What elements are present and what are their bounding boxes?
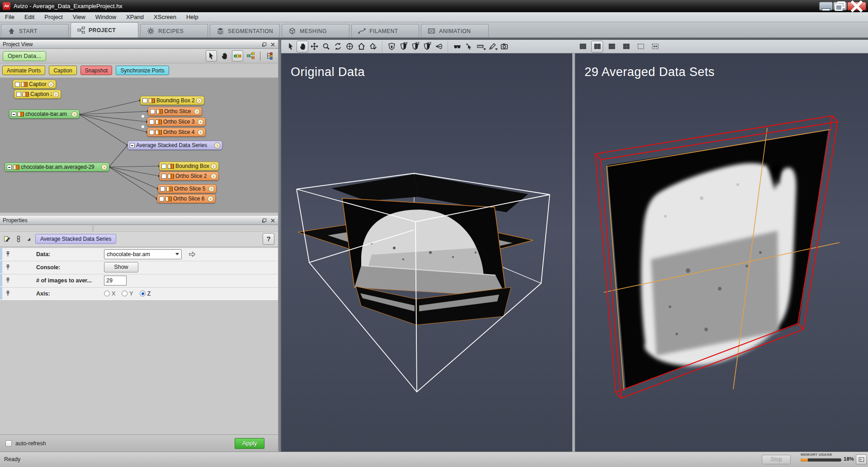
home-view-button[interactable] [355,41,367,52]
menu-xpand[interactable]: XPand [121,13,149,21]
apply-button[interactable]: Apply [235,438,264,449]
stereo-button[interactable] [451,41,463,52]
node-chocolate-bar-averaged-29[interactable]: chocolate-bar.am.averaged-29› [5,162,109,172]
picker-button[interactable] [463,41,475,52]
title-bar[interactable]: Av Avizo - Average_Data_ExampleProject.h… [0,0,868,12]
project-graph[interactable]: Caption› Caption 2› chocolate-bar.am› Bo… [0,78,278,213]
node-ortho-slice-3[interactable]: Ortho Slice 3› [147,117,206,126]
tab-recipes[interactable]: RECIPES [140,24,208,38]
node-menu-icon[interactable]: › [211,163,217,169]
float-panel-icon[interactable] [262,42,267,47]
collapse-toggle-icon[interactable] [7,165,12,170]
float-panel-icon[interactable] [262,218,267,223]
averaged-data-scene[interactable] [575,53,868,452]
axis-y-radio[interactable]: Y [122,291,133,297]
node-caption-2[interactable]: Caption 2› [14,90,61,99]
goto-data-icon[interactable] [188,251,196,258]
layout-two-vertical-button[interactable] [591,41,603,52]
node-menu-icon[interactable]: › [194,109,200,114]
node-menu-icon[interactable]: › [101,164,107,170]
node-ortho-slice[interactable]: Ortho Slice› [148,107,202,116]
view-xz-button[interactable]: XZ [409,41,421,52]
visibility-toggle-icon[interactable] [16,92,21,97]
node-menu-icon[interactable]: › [208,186,214,192]
node-menu-icon[interactable]: › [198,129,203,135]
tab-filament[interactable]: FILAMENT [351,24,419,38]
menu-project[interactable]: Project [39,13,67,21]
snapshot-camera-button[interactable] [498,41,510,52]
open-data-button[interactable]: Open Data... [3,51,46,61]
visibility-toggle-icon[interactable] [15,82,20,87]
node-menu-icon[interactable]: › [53,91,59,97]
node-caption[interactable]: Caption› [13,80,56,89]
node-ortho-slice-5[interactable]: Ortho Slice 5› [158,184,217,193]
tab-project[interactable]: PROJECT [71,22,138,38]
pin-icon[interactable] [5,264,11,271]
visibility-toggle-icon[interactable] [159,196,164,201]
view-xy-button[interactable]: XY [397,41,409,52]
node-menu-icon[interactable]: › [214,143,220,148]
layout-two-horizontal-button[interactable] [606,41,618,52]
layout-custom-2-button[interactable] [649,41,661,52]
pin-icon[interactable] [5,277,11,284]
layout-custom-button[interactable] [635,41,646,52]
rename-icon[interactable] [4,235,11,243]
view-yz-button[interactable]: YZ [421,41,433,52]
visibility-toggle-icon[interactable] [160,186,165,191]
help-button[interactable]: ? [263,233,274,245]
node-menu-icon[interactable]: › [48,81,54,87]
measure-button[interactable] [475,41,486,52]
collapse-toggle-icon[interactable] [11,112,16,117]
menu-window[interactable]: Window [90,13,121,21]
translate-tool-button[interactable] [308,41,320,52]
node-bounding-box[interactable]: Bounding Box› [159,162,219,171]
show-console-button[interactable]: Show [104,262,138,272]
menu-edit[interactable]: Edit [19,13,39,21]
collapse-toggle-icon[interactable] [130,143,135,148]
snapshot-button[interactable]: Snapshot [80,66,113,75]
annotate-button[interactable] [486,41,498,52]
node-ortho-slice-4[interactable]: Ortho Slice 4› [147,128,206,137]
node-menu-icon[interactable]: › [211,173,217,179]
menu-view[interactable]: View [68,13,90,21]
visibility-toggle-icon[interactable] [142,98,147,103]
pin-icon[interactable] [5,251,11,257]
link-icon[interactable] [15,235,22,243]
node-menu-icon[interactable]: › [71,111,77,117]
data-dropdown[interactable]: chocolate-bar.am [104,249,182,259]
select-tool-button[interactable] [285,41,297,52]
pin-icon[interactable] [5,290,11,297]
close-button[interactable] [847,2,866,10]
axis-z-radio[interactable]: Z [140,291,151,297]
view-all-button[interactable] [386,41,397,52]
stop-button[interactable]: Stop [762,455,791,464]
module-name-badge[interactable]: Average Stacked Data Series [35,234,116,244]
menu-help[interactable]: Help [181,13,203,21]
properties-header[interactable]: Properties [0,216,278,225]
original-data-scene[interactable] [281,53,572,452]
pan-tool-button[interactable] [219,50,230,62]
close-panel-icon[interactable] [270,42,275,47]
layout-quad-button[interactable] [620,41,632,52]
project-view-header[interactable]: Project View [0,40,278,49]
restore-button[interactable] [833,2,847,10]
node-menu-icon[interactable]: › [196,98,202,104]
layout-single-button[interactable] [577,41,589,52]
node-menu-icon[interactable]: › [198,119,203,125]
visibility-toggle-icon[interactable] [149,130,154,135]
close-panel-icon[interactable] [270,218,275,223]
node-ortho-slice-2[interactable]: Ortho Slice 2› [159,172,219,181]
synchronize-ports-button[interactable]: Synchronize Ports [116,66,169,75]
tree-view-button[interactable] [245,50,256,62]
viewport-averaged[interactable]: 29 Averaged Data Sets [575,53,868,452]
node-menu-icon[interactable]: › [208,196,213,202]
select-tool-button[interactable] [206,50,217,62]
tab-segmentation[interactable]: SEGMENTATION [210,24,280,38]
tab-start[interactable]: START [1,24,69,38]
collapse-icon[interactable] [26,237,31,242]
axis-x-radio[interactable]: X [104,291,115,297]
caption-button[interactable]: Caption [49,66,76,75]
trackball-button[interactable] [344,41,355,52]
auto-refresh-checkbox[interactable] [5,440,12,447]
node-ortho-slice-6[interactable]: Ortho Slice 6› [157,194,216,203]
